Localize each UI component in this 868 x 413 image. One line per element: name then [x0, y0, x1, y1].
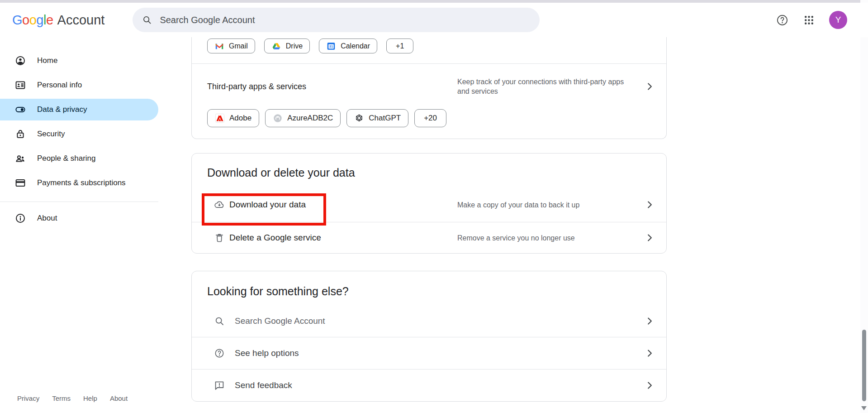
footer-link-terms[interactable]: Terms	[52, 394, 71, 402]
avatar[interactable]: Y	[829, 11, 847, 29]
chip-label: +20	[424, 114, 437, 123]
generic-app-icon	[273, 113, 283, 123]
row-description: Keep track of your connections with thir…	[457, 77, 638, 96]
search-google-account-row[interactable]: Search Google Account	[192, 305, 666, 337]
sidebar-item-about[interactable]: About	[0, 207, 158, 229]
footer-link-about[interactable]: About	[110, 394, 128, 402]
chip-label: Drive	[286, 42, 303, 50]
cloud-download-icon	[214, 199, 225, 210]
see-help-options-row[interactable]: See help options	[192, 337, 666, 369]
row-description: Make a copy of your data to back it up	[457, 200, 638, 210]
row-description: Remove a service you no longer use	[457, 233, 638, 243]
sidebar-item-label: Home	[37, 56, 57, 65]
scrollbar	[860, 0, 868, 413]
scrollbar-thumb[interactable]	[862, 330, 866, 401]
card-title: Looking for something else?	[192, 271, 666, 305]
sidebar-item-people-sharing[interactable]: People & sharing	[0, 148, 158, 169]
footer-link-help[interactable]: Help	[83, 394, 97, 402]
google-account-logo[interactable]: Google Account	[12, 13, 104, 28]
service-chips-row: Gmail Drive 31 Calendar	[192, 37, 666, 63]
sidebar-divider	[0, 202, 158, 202]
chip-label: AzureADB2C	[287, 114, 333, 123]
sidebar-item-label: Data & privacy	[37, 105, 87, 114]
app-header: Google Account Search Google Account Y	[0, 3, 868, 37]
chip-adobe[interactable]: Adobe	[207, 109, 259, 127]
adobe-icon	[215, 113, 225, 123]
footer-link-privacy[interactable]: Privacy	[17, 394, 39, 402]
logo-letter: e	[46, 13, 53, 28]
row-label: Delete a Google service	[229, 233, 321, 243]
chip-drive[interactable]: Drive	[264, 38, 310, 53]
drive-icon	[271, 41, 281, 51]
chevron-right-icon	[645, 200, 655, 210]
chip-azureadb2c[interactable]: AzureADB2C	[265, 109, 341, 127]
people-icon	[15, 153, 26, 164]
row-label: See help options	[235, 348, 299, 358]
toggle-icon	[15, 104, 26, 115]
delete-google-service-row[interactable]: Delete a Google service Remove a service…	[192, 222, 666, 253]
sidebar-item-label: Personal info	[37, 81, 82, 90]
logo-product-name: Account	[57, 13, 105, 28]
chip-label: Calendar	[341, 42, 370, 50]
search-placeholder: Search Google Account	[160, 15, 255, 25]
apps-grid-icon[interactable]	[802, 14, 815, 26]
third-party-connections-card: Gmail Drive 31 Calendar	[191, 37, 667, 139]
search-icon	[142, 15, 152, 25]
chip-label: Adobe	[229, 114, 251, 123]
chatgpt-icon	[354, 113, 364, 123]
row-label: Send feedback	[235, 380, 292, 390]
sidebar-item-data-privacy[interactable]: Data & privacy	[0, 99, 158, 120]
chevron-right-icon	[645, 348, 655, 358]
chip-calendar[interactable]: 31 Calendar	[319, 38, 377, 53]
send-feedback-row[interactable]: Send feedback	[192, 370, 666, 401]
sidebar-item-home[interactable]: Home	[0, 50, 158, 72]
download-your-data-row[interactable]: Download your data Make a copy of your d…	[192, 187, 666, 222]
scrollbar-down-arrow-icon[interactable]	[861, 406, 867, 410]
sidebar-item-personal-info[interactable]: Personal info	[0, 74, 158, 96]
chip-more-apps[interactable]: +20	[414, 109, 446, 127]
main-content: Gmail Drive 31 Calendar	[158, 37, 868, 402]
gmail-icon	[214, 41, 224, 51]
help-icon[interactable]	[776, 14, 788, 26]
chevron-right-icon	[645, 316, 655, 326]
chip-chatgpt[interactable]: ChatGPT	[346, 109, 408, 127]
sidebar-item-label: About	[37, 214, 57, 223]
sidebar-item-payments[interactable]: Payments & subscriptions	[0, 172, 158, 194]
search-input[interactable]: Search Google Account	[133, 8, 540, 32]
contact-card-icon	[15, 80, 26, 91]
chevron-right-icon	[645, 380, 655, 390]
chevron-right-icon	[645, 233, 655, 243]
person-circle-icon	[15, 55, 26, 66]
trash-icon	[214, 232, 225, 243]
sidebar-item-label: Security	[37, 130, 65, 139]
chip-gmail[interactable]: Gmail	[207, 38, 255, 53]
help-icon	[214, 348, 225, 359]
chip-label: +1	[396, 42, 404, 50]
app-chips-row: Adobe AzureADB2C ChatGPT	[192, 109, 666, 139]
logo-letter: o	[29, 13, 37, 28]
lock-icon	[15, 129, 26, 139]
sidebar-item-label: People & sharing	[37, 154, 95, 163]
row-label: Download your data	[229, 200, 306, 210]
info-icon	[15, 213, 26, 224]
credit-card-icon	[15, 178, 26, 188]
looking-for-something-else-card: Looking for something else? Search Googl…	[191, 271, 667, 402]
logo-letter: o	[22, 13, 29, 28]
third-party-apps-row[interactable]: Third-party apps & services Keep track o…	[192, 64, 666, 109]
card-title: Download or delete your data	[192, 154, 666, 187]
logo-letter: G	[12, 13, 22, 28]
feedback-icon	[214, 380, 225, 391]
row-label: Search Google Account	[235, 316, 325, 326]
sidebar-item-label: Payments & subscriptions	[37, 178, 126, 187]
download-delete-card: Download or delete your data Download yo…	[191, 153, 667, 254]
chevron-right-icon	[645, 82, 655, 91]
page-footer: Privacy Terms Help About	[17, 394, 128, 402]
chip-label: Gmail	[229, 42, 248, 50]
logo-letter: g	[36, 13, 43, 28]
chip-label: ChatGPT	[369, 114, 401, 123]
sidebar-nav: Home Personal info Data & privacy Securi…	[0, 37, 158, 232]
chip-more-services[interactable]: +1	[386, 38, 413, 53]
calendar-icon: 31	[326, 41, 336, 51]
search-icon	[214, 316, 225, 327]
sidebar-item-security[interactable]: Security	[0, 123, 158, 145]
